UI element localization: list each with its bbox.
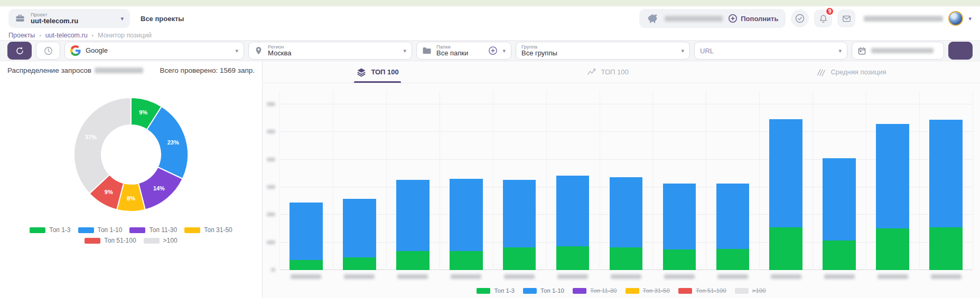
folders-value: Все папки xyxy=(436,50,483,57)
region-select[interactable]: Регион Москва ▾ xyxy=(248,42,412,60)
bar-segment-top1-3[interactable] xyxy=(556,246,590,271)
breadcrumb-project[interactable]: uut-telecom.ru xyxy=(45,32,88,39)
bar-segment-top1-10[interactable] xyxy=(556,176,590,246)
more-actions-button[interactable] xyxy=(948,42,973,60)
user-menu-chevron-icon[interactable]: ▾ xyxy=(968,15,972,22)
bar-segment-top1-10[interactable] xyxy=(290,203,323,260)
tab-top100-trend[interactable]: ТОП 100 xyxy=(584,61,631,83)
legend-item[interactable]: Топ 1-3 xyxy=(477,287,515,294)
bar-segment-top1-10[interactable] xyxy=(663,184,696,250)
gridline xyxy=(919,91,920,270)
bar-segment-top1-10[interactable] xyxy=(769,119,802,228)
bar-segment-top1-3[interactable] xyxy=(290,260,323,270)
donut-legend: Топ 1-3Топ 1-10Топ 11-30Топ 31-50Топ 51-… xyxy=(7,226,255,244)
date-range-picker[interactable] xyxy=(852,42,944,60)
bar-segment-top1-3[interactable] xyxy=(929,227,963,270)
legend-item[interactable]: Топ 1-10 xyxy=(78,226,123,234)
bar-segment-top1-3[interactable] xyxy=(716,249,750,270)
legend-item[interactable]: Топ 11-30 xyxy=(129,226,177,234)
project-selector[interactable]: Проект uut-telecom.ru ▾ xyxy=(8,9,130,28)
legend-label: Топ 11-30 xyxy=(149,226,177,234)
breadcrumb-projects[interactable]: Проекты xyxy=(8,32,35,39)
bar-segment-top1-10[interactable] xyxy=(343,199,376,257)
bar-segment-top1-10[interactable] xyxy=(450,179,483,251)
y-tick-label-redacted xyxy=(267,241,275,244)
avg-position-icon xyxy=(816,67,826,78)
legend-label: >100 xyxy=(163,237,178,244)
gridline xyxy=(652,91,653,270)
bar-segment-top1-3[interactable] xyxy=(396,251,430,270)
bar-segment-top1-10[interactable] xyxy=(716,184,750,248)
donut-percent-label: 9% xyxy=(139,109,147,116)
tab-top100-stacked[interactable]: ТОП 100 xyxy=(354,61,400,83)
stacked-bar-chart[interactable] xyxy=(279,91,973,270)
topup-button[interactable]: Пополнить xyxy=(728,14,778,23)
folders-select[interactable]: Папки Все папки ▾ xyxy=(416,42,511,60)
avatar[interactable] xyxy=(948,11,963,26)
bar-segment-top1-3[interactable] xyxy=(876,228,909,270)
x-tick-label-redacted xyxy=(291,274,321,279)
legend-item[interactable]: Топ 51-100 xyxy=(678,287,726,294)
y-tick-label-redacted xyxy=(267,213,275,216)
legend-chip xyxy=(184,227,200,233)
donut-percent-label: 37% xyxy=(85,134,97,140)
tasks-button[interactable] xyxy=(791,9,809,27)
project-value: uut-telecom.ru xyxy=(31,17,115,25)
gridline xyxy=(759,91,760,270)
legend-item[interactable]: Топ 1-3 xyxy=(30,226,70,234)
url-filter-input[interactable]: URL ▾ xyxy=(694,42,847,60)
messages-button[interactable] xyxy=(837,9,855,27)
all-projects-link[interactable]: Все проекты xyxy=(141,15,184,23)
gridline xyxy=(546,91,547,270)
app-header: Проект uut-telecom.ru ▾ Все проекты Попо… xyxy=(0,6,980,31)
bar-segment-top1-3[interactable] xyxy=(663,249,696,270)
gridline xyxy=(386,91,387,270)
bar-segment-top1-10[interactable] xyxy=(823,158,856,241)
add-folder-button[interactable] xyxy=(488,46,498,55)
legend-item[interactable]: Топ 1-10 xyxy=(523,287,564,294)
bar-segment-top1-10[interactable] xyxy=(396,180,430,251)
x-tick-label-redacted xyxy=(451,274,481,279)
bar-segment-top1-10[interactable] xyxy=(876,124,909,228)
donut-percent-label: 14% xyxy=(153,185,165,191)
legend-item[interactable]: >100 xyxy=(735,287,766,294)
bar-segment-top1-3[interactable] xyxy=(503,247,536,270)
group-value: Все группы xyxy=(521,50,676,57)
legend-chip xyxy=(735,288,749,294)
legend-item[interactable]: Топ 31-50 xyxy=(626,287,670,294)
legend-item[interactable]: >100 xyxy=(144,237,178,244)
bar-segment-top1-10[interactable] xyxy=(929,120,963,227)
legend-label: Топ 11-30 xyxy=(590,287,617,294)
legend-label: Топ 51-100 xyxy=(696,287,726,294)
bar-segment-top1-3[interactable] xyxy=(610,247,643,270)
legend-chip xyxy=(477,288,490,294)
bar-segment-top1-3[interactable] xyxy=(769,227,802,270)
donut-slice[interactable] xyxy=(74,98,131,194)
legend-label: Топ 1-10 xyxy=(540,287,564,294)
notifications-button[interactable]: 9 xyxy=(814,9,832,27)
legend-chip xyxy=(144,238,160,244)
legend-item[interactable]: Топ 11-30 xyxy=(573,287,617,294)
legend-chip xyxy=(30,227,45,233)
legend-item[interactable]: Топ 31-50 xyxy=(184,226,232,234)
bar-segment-top1-3[interactable] xyxy=(343,257,376,270)
bar-segment-top1-3[interactable] xyxy=(823,241,856,270)
group-select[interactable]: Группа Все группы ▾ xyxy=(516,42,690,60)
chevron-down-icon: ▾ xyxy=(120,15,124,22)
chevron-down-icon: ▾ xyxy=(403,47,406,54)
refresh-button[interactable] xyxy=(7,42,32,60)
tab-label: ТОП 100 xyxy=(601,68,629,76)
legend-label: Топ 31-50 xyxy=(643,287,670,294)
bar-segment-top1-10[interactable] xyxy=(503,180,536,247)
distribution-donut-chart[interactable]: 9%23%14%8%9%37% xyxy=(67,84,195,225)
tab-average-position[interactable]: Средняя позиция xyxy=(814,61,888,83)
balance-widget[interactable]: Пополнить xyxy=(639,9,786,28)
searcher-select[interactable]: Google ▾ xyxy=(64,42,244,60)
legend-label: Топ 31-50 xyxy=(204,226,232,234)
legend-item[interactable]: Топ 51-100 xyxy=(85,237,136,244)
legend-chip xyxy=(85,238,100,244)
history-button[interactable] xyxy=(36,42,60,60)
bar-segment-top1-10[interactable] xyxy=(610,177,643,247)
bar-segment-top1-3[interactable] xyxy=(450,251,483,270)
x-tick-label-redacted xyxy=(557,274,588,279)
